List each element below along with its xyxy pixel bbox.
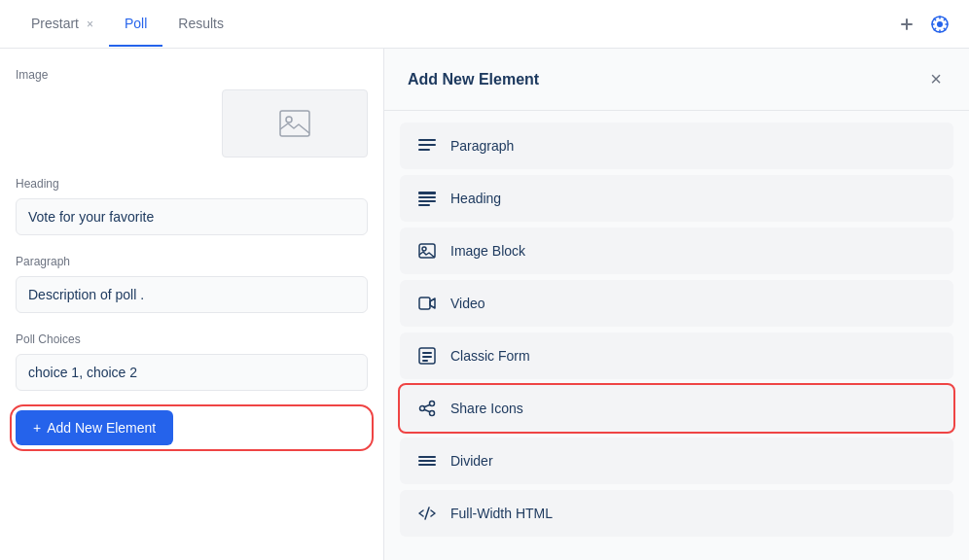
- element-label-paragraph: Paragraph: [450, 138, 514, 154]
- svg-rect-4: [418, 139, 436, 141]
- top-bar: Prestart × Poll Results: [0, 0, 969, 49]
- image-placeholder[interactable]: [222, 89, 368, 158]
- poll-choices-label: Poll Choices: [16, 332, 368, 346]
- svg-rect-17: [422, 360, 428, 362]
- svg-rect-6: [418, 149, 430, 151]
- element-list: Paragraph Heading: [384, 111, 969, 560]
- poll-choices-input[interactable]: [16, 354, 368, 391]
- svg-rect-23: [418, 464, 436, 466]
- panel-header: Add New Element ×: [384, 49, 969, 111]
- svg-rect-21: [418, 456, 436, 458]
- svg-rect-5: [418, 144, 436, 146]
- svg-point-20: [430, 411, 435, 416]
- image-block-icon: [417, 241, 437, 261]
- poll-choices-field-group: Poll Choices: [16, 332, 368, 391]
- element-item-share-icons[interactable]: Share Icons: [400, 385, 953, 432]
- svg-rect-16: [422, 356, 432, 358]
- heading-label: Heading: [16, 177, 368, 191]
- element-item-full-width-html[interactable]: Full-Width HTML: [400, 490, 953, 537]
- svg-rect-2: [280, 111, 309, 136]
- main-layout: Image Heading Paragraph Poll Choices: [0, 49, 969, 560]
- tab-results[interactable]: Results: [162, 2, 239, 47]
- element-label-full-width-html: Full-Width HTML: [450, 506, 553, 521]
- video-icon: [417, 294, 437, 313]
- tab-poll[interactable]: Poll: [109, 2, 162, 47]
- top-bar-actions: [895, 11, 953, 38]
- element-item-heading[interactable]: Heading: [400, 175, 953, 222]
- divider-icon: [417, 451, 437, 471]
- svg-rect-22: [418, 460, 436, 462]
- add-new-element-button[interactable]: + Add New Element: [16, 410, 173, 445]
- svg-rect-9: [418, 200, 436, 202]
- svg-rect-7: [418, 192, 436, 194]
- image-label: Image: [16, 68, 368, 82]
- tab-close-icon[interactable]: ×: [87, 18, 93, 31]
- svg-rect-13: [419, 298, 430, 309]
- tab-prestart[interactable]: Prestart ×: [16, 2, 109, 47]
- full-width-html-icon: [417, 504, 437, 523]
- element-item-divider[interactable]: Divider: [400, 438, 953, 484]
- element-label-divider: Divider: [450, 453, 493, 469]
- element-label-share-icons: Share Icons: [450, 401, 523, 416]
- add-element-wrapper: + Add New Element: [16, 410, 368, 445]
- panel-title: Add New Element: [408, 71, 539, 88]
- paragraph-icon: [417, 136, 437, 156]
- element-label-image-block: Image Block: [450, 243, 525, 259]
- svg-point-3: [286, 117, 292, 122]
- svg-rect-10: [418, 204, 430, 206]
- paragraph-input[interactable]: [16, 276, 368, 313]
- add-icon: +: [33, 420, 41, 436]
- heading-field-group: Heading: [16, 177, 368, 235]
- element-item-image-block[interactable]: Image Block: [400, 228, 953, 274]
- svg-point-19: [420, 406, 425, 411]
- settings-button[interactable]: [926, 11, 953, 38]
- heading-input[interactable]: [16, 198, 368, 235]
- tab-list: Prestart × Poll Results: [16, 2, 895, 47]
- heading-icon: [417, 189, 437, 208]
- paragraph-label: Paragraph: [16, 255, 368, 268]
- paragraph-field-group: Paragraph: [16, 255, 368, 313]
- element-label-heading: Heading: [450, 191, 501, 206]
- svg-rect-15: [422, 352, 432, 354]
- element-item-classic-form[interactable]: Classic Form: [400, 332, 953, 379]
- element-item-paragraph[interactable]: Paragraph: [400, 122, 953, 169]
- left-panel: Image Heading Paragraph Poll Choices: [0, 49, 384, 560]
- share-icons-icon: [417, 399, 437, 418]
- image-field-group: Image: [16, 68, 368, 158]
- element-label-video: Video: [450, 296, 485, 311]
- element-item-video[interactable]: Video: [400, 280, 953, 327]
- right-panel: Add New Element × Paragraph: [384, 49, 969, 560]
- element-label-classic-form: Classic Form: [450, 348, 530, 364]
- close-panel-button[interactable]: ×: [926, 64, 946, 94]
- svg-point-1: [937, 21, 943, 27]
- svg-point-18: [430, 402, 435, 406]
- add-tab-button[interactable]: [895, 13, 918, 36]
- svg-point-12: [422, 247, 426, 251]
- classic-form-icon: [417, 346, 437, 366]
- svg-rect-8: [418, 196, 436, 198]
